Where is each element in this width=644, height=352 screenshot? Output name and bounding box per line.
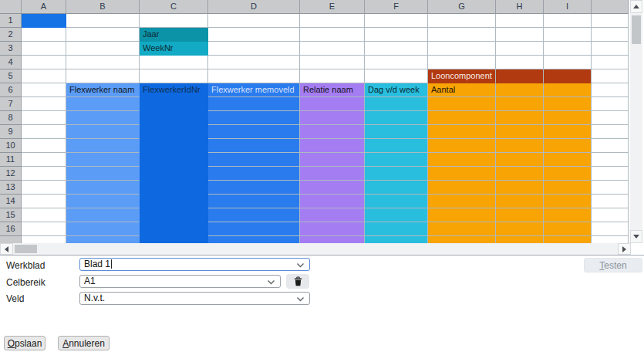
cell-E12[interactable] (300, 167, 365, 181)
row-header-15[interactable]: 15 (0, 208, 22, 222)
cell-F2[interactable] (365, 28, 428, 42)
werkblad-combobox[interactable]: Blad 1 (79, 258, 310, 271)
column-header-J[interactable] (592, 0, 629, 14)
cell-H12[interactable] (496, 167, 544, 181)
row-header-17[interactable] (0, 236, 22, 243)
cell-A1[interactable] (22, 14, 66, 28)
cell-J15[interactable] (592, 208, 629, 222)
cell-F10[interactable] (365, 139, 428, 153)
column-header-D[interactable]: D (208, 0, 300, 14)
cell-G12[interactable] (428, 167, 496, 181)
cell-H8[interactable] (496, 111, 544, 125)
scroll-right-button[interactable] (618, 243, 631, 255)
column-header-F[interactable]: F (365, 0, 428, 14)
cell-D5[interactable] (208, 69, 300, 83)
cell-J9[interactable] (592, 125, 629, 139)
cell-A2[interactable] (22, 28, 66, 42)
cell-F9[interactable] (365, 125, 428, 139)
cell-F7[interactable] (365, 97, 428, 111)
cell-J7[interactable] (592, 97, 629, 111)
cell-H13[interactable] (496, 181, 544, 195)
cell-E6[interactable]: Relatie naam (300, 83, 365, 97)
cell-F16[interactable] (365, 222, 428, 236)
cell-E1[interactable] (300, 14, 365, 28)
scroll-left-button[interactable] (0, 243, 13, 255)
cell-D1[interactable] (208, 14, 300, 28)
cell-H14[interactable] (496, 195, 544, 208)
cell-C4[interactable] (140, 56, 208, 69)
cell-E10[interactable] (300, 139, 365, 153)
cell-A4[interactable] (22, 56, 66, 69)
column-header-G[interactable]: G (428, 0, 496, 14)
column-header-H[interactable]: H (496, 0, 544, 14)
cell-E3[interactable] (300, 42, 365, 56)
cell-B17[interactable] (66, 236, 140, 243)
cell-H2[interactable] (496, 28, 544, 42)
testen-button[interactable]: Testen (584, 258, 642, 272)
cell-F15[interactable] (365, 208, 428, 222)
cell-H15[interactable] (496, 208, 544, 222)
cell-D7[interactable] (208, 97, 300, 111)
cell-D17[interactable] (208, 236, 300, 243)
cell-B15[interactable] (66, 208, 140, 222)
row-header-3[interactable]: 3 (0, 42, 22, 56)
cell-I16[interactable] (544, 222, 592, 236)
column-header-C[interactable]: C (140, 0, 208, 14)
cell-H6[interactable] (496, 83, 544, 97)
cell-C15[interactable] (140, 208, 208, 222)
cell-A11[interactable] (22, 153, 66, 167)
cell-D10[interactable] (208, 139, 300, 153)
cell-J13[interactable] (592, 181, 629, 195)
cell-H7[interactable] (496, 97, 544, 111)
cell-I13[interactable] (544, 181, 592, 195)
cell-E13[interactable] (300, 181, 365, 195)
row-header-10[interactable]: 10 (0, 139, 22, 153)
cell-F6[interactable]: Dag v/d week (365, 83, 428, 97)
cell-C14[interactable] (140, 195, 208, 208)
cell-F8[interactable] (365, 111, 428, 125)
cell-E11[interactable] (300, 153, 365, 167)
cell-F17[interactable] (365, 236, 428, 243)
cell-E15[interactable] (300, 208, 365, 222)
annuleren-button[interactable]: Annuleren (58, 336, 110, 350)
cell-F12[interactable] (365, 167, 428, 181)
cell-H1[interactable] (496, 14, 544, 28)
cell-I3[interactable] (544, 42, 592, 56)
cell-E9[interactable] (300, 125, 365, 139)
opslaan-button[interactable]: Opslaan (4, 336, 46, 350)
cell-G4[interactable] (428, 56, 496, 69)
cell-J11[interactable] (592, 153, 629, 167)
cell-G9[interactable] (428, 125, 496, 139)
vertical-scroll-thumb[interactable] (632, 15, 641, 44)
cell-E14[interactable] (300, 195, 365, 208)
row-header-7[interactable]: 7 (0, 97, 22, 111)
cell-A15[interactable] (22, 208, 66, 222)
delete-range-button[interactable] (286, 274, 309, 289)
cell-G16[interactable] (428, 222, 496, 236)
column-header-I[interactable]: I (544, 0, 592, 14)
cell-A14[interactable] (22, 195, 66, 208)
cell-F4[interactable] (365, 56, 428, 69)
cell-J4[interactable] (592, 56, 629, 69)
column-header-E[interactable]: E (300, 0, 365, 14)
cell-E7[interactable] (300, 97, 365, 111)
cell-H3[interactable] (496, 42, 544, 56)
row-header-12[interactable]: 12 (0, 167, 22, 181)
cell-C10[interactable] (140, 139, 208, 153)
scroll-up-button[interactable] (630, 0, 642, 13)
cell-I7[interactable] (544, 97, 592, 111)
cell-C16[interactable] (140, 222, 208, 236)
cell-F1[interactable] (365, 14, 428, 28)
cell-A13[interactable] (22, 181, 66, 195)
cell-D2[interactable] (208, 28, 300, 42)
cell-J10[interactable] (592, 139, 629, 153)
cell-H11[interactable] (496, 153, 544, 167)
cell-E4[interactable] (300, 56, 365, 69)
cell-I4[interactable] (544, 56, 592, 69)
horizontal-scrollbar[interactable] (0, 243, 631, 255)
cell-I14[interactable] (544, 195, 592, 208)
cell-B16[interactable] (66, 222, 140, 236)
cell-F14[interactable] (365, 195, 428, 208)
cell-I5[interactable] (544, 69, 592, 83)
cell-B9[interactable] (66, 125, 140, 139)
